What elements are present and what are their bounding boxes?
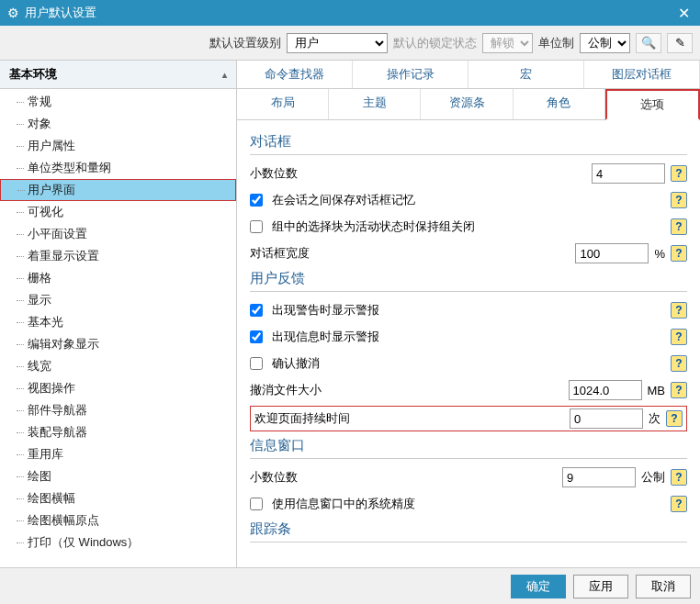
- tree-item[interactable]: 绘图横幅: [0, 487, 236, 509]
- tab[interactable]: 选项: [605, 89, 700, 120]
- group-label: 组中的选择块为活动状态时保持组关闭: [272, 218, 475, 235]
- help-icon[interactable]: ?: [671, 245, 687, 262]
- tab[interactable]: 命令查找器: [237, 61, 353, 88]
- footer: 确定 应用 取消: [0, 567, 700, 604]
- help-icon[interactable]: ?: [671, 469, 687, 486]
- tree-item[interactable]: 绘图横幅原点: [0, 509, 236, 531]
- tree-item[interactable]: 对象: [0, 113, 236, 135]
- tree-item[interactable]: 打印（仅 Windows）: [0, 531, 236, 554]
- tab[interactable]: 资源条: [421, 89, 513, 119]
- tree-item[interactable]: 常规: [0, 91, 236, 113]
- sys-checkbox[interactable]: [250, 498, 263, 510]
- iw-decimals-label: 小数位数: [250, 469, 298, 486]
- remember-checkbox[interactable]: [250, 194, 263, 207]
- welcome-label: 欢迎页面持续时间: [254, 410, 350, 427]
- tab[interactable]: 操作记录: [353, 61, 469, 88]
- level-select[interactable]: 用户: [287, 33, 388, 53]
- warn-checkbox[interactable]: [250, 304, 263, 317]
- warn-label: 出现警告时显示警报: [272, 302, 379, 319]
- width-unit: %: [654, 247, 665, 261]
- cancel-button[interactable]: 取消: [636, 575, 691, 598]
- iw-decimals-unit: 公制: [641, 469, 665, 486]
- tree-item[interactable]: 线宽: [0, 355, 236, 377]
- tree-item[interactable]: 部件导航器: [0, 399, 236, 421]
- tabs-row-1: 命令查找器操作记录宏图层对话框: [237, 61, 700, 89]
- content: 命令查找器操作记录宏图层对话框 布局主题资源条角色选项 对话框 小数位数 ? 在…: [237, 61, 700, 567]
- lock-select: 解锁: [482, 33, 533, 53]
- sys-label: 使用信息窗口中的系统精度: [272, 496, 415, 512]
- sidebar-header[interactable]: 基本环境: [0, 61, 236, 89]
- welcome-unit: 次: [649, 410, 660, 427]
- undo-size-label: 撤消文件大小: [250, 382, 322, 398]
- tree-item[interactable]: 重用库: [0, 443, 236, 465]
- tree-item[interactable]: 栅格: [0, 267, 236, 289]
- remember-label: 在会话之间保存对话框记忆: [272, 192, 415, 208]
- info-checkbox[interactable]: [250, 330, 263, 343]
- binoculars-icon[interactable]: 🔍: [636, 33, 661, 53]
- unit-label: 单位制: [538, 35, 574, 51]
- tree-item[interactable]: 基本光: [0, 311, 236, 333]
- tree-item[interactable]: 用户属性: [0, 135, 236, 157]
- apply-button[interactable]: 应用: [573, 575, 628, 598]
- help-icon[interactable]: ?: [671, 382, 687, 398]
- help-icon[interactable]: ?: [671, 496, 687, 512]
- tree-item[interactable]: 装配导航器: [0, 421, 236, 443]
- gear-icon: ⚙: [7, 6, 19, 20]
- unit-select[interactable]: 公制: [580, 33, 630, 53]
- tree-item[interactable]: 用户界面: [0, 179, 236, 201]
- welcome-input[interactable]: [570, 408, 643, 429]
- section-trackbar: 跟踪条: [250, 520, 687, 538]
- width-label: 对话框宽度: [250, 245, 310, 262]
- settings-panel: 对话框 小数位数 ? 在会话之间保存对话框记忆 ? 组中的选择块为活动状态时保持…: [237, 120, 700, 567]
- decimals-label: 小数位数: [250, 165, 298, 182]
- group-checkbox[interactable]: [250, 220, 263, 233]
- decimals-input[interactable]: [592, 163, 665, 184]
- section-infowin: 信息窗口: [250, 437, 687, 454]
- help-icon[interactable]: ?: [666, 410, 683, 427]
- close-icon[interactable]: ✕: [674, 5, 693, 22]
- confirm-checkbox[interactable]: [250, 357, 263, 370]
- info-label: 出现信息时显示警报: [272, 329, 379, 345]
- tree-item[interactable]: 可视化: [0, 201, 236, 223]
- tree-item[interactable]: 着重显示设置: [0, 245, 236, 267]
- level-label: 默认设置级别: [209, 35, 281, 51]
- tree-item[interactable]: 编辑对象显示: [0, 333, 236, 355]
- tabs-row-2: 布局主题资源条角色选项: [237, 89, 700, 120]
- wand-icon[interactable]: ✎: [667, 33, 693, 53]
- help-icon[interactable]: ?: [671, 329, 687, 345]
- iw-decimals-input[interactable]: [562, 467, 636, 487]
- undo-size-input[interactable]: [569, 380, 642, 400]
- tree-item[interactable]: 单位类型和量纲: [0, 157, 236, 179]
- help-icon[interactable]: ?: [671, 302, 687, 319]
- welcome-row: 欢迎页面持续时间 次 ?: [250, 406, 687, 431]
- section-dialog: 对话框: [250, 133, 687, 151]
- section-feedback: 用户反馈: [250, 270, 687, 287]
- tree-item[interactable]: 小平面设置: [0, 223, 236, 245]
- tab[interactable]: 主题: [329, 89, 421, 119]
- width-input[interactable]: [575, 243, 649, 263]
- titlebar: ⚙ 用户默认设置 ✕: [0, 0, 700, 26]
- tab[interactable]: 布局: [237, 89, 329, 119]
- tree-item[interactable]: 视图操作: [0, 377, 236, 399]
- lock-label: 默认的锁定状态: [393, 35, 477, 51]
- tree: 常规对象用户属性单位类型和量纲用户界面可视化小平面设置着重显示设置栅格显示基本光…: [0, 89, 236, 567]
- sidebar: 基本环境 常规对象用户属性单位类型和量纲用户界面可视化小平面设置着重显示设置栅格…: [0, 61, 237, 567]
- help-icon[interactable]: ?: [671, 192, 687, 208]
- toolbar: 默认设置级别 用户 默认的锁定状态 解锁 单位制 公制 🔍 ✎: [0, 26, 700, 61]
- ok-button[interactable]: 确定: [511, 575, 566, 598]
- help-icon[interactable]: ?: [671, 218, 687, 235]
- tab[interactable]: 图层对话框: [584, 61, 700, 88]
- tree-item[interactable]: 绘图: [0, 465, 236, 487]
- confirm-label: 确认撤消: [272, 355, 320, 372]
- tab[interactable]: 宏: [469, 61, 584, 88]
- tree-item[interactable]: 显示: [0, 289, 236, 311]
- tab[interactable]: 角色: [514, 89, 605, 119]
- help-icon[interactable]: ?: [671, 355, 687, 372]
- window-title: 用户默认设置: [25, 5, 674, 21]
- undo-size-unit: MB: [648, 384, 666, 397]
- help-icon[interactable]: ?: [671, 165, 687, 182]
